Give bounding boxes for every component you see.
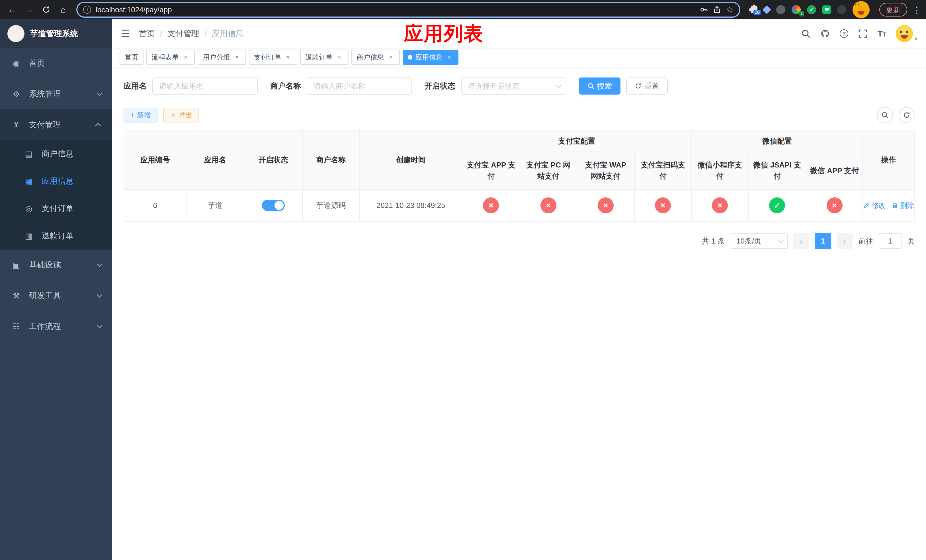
breadcrumb-home[interactable]: 首页 — [139, 28, 155, 39]
close-icon[interactable] — [182, 53, 190, 61]
sidebar-item-infrastructure[interactable]: 基础设施 — [0, 250, 112, 280]
sidebar-item-home[interactable]: 首页 — [0, 48, 112, 79]
sidebar-item-workflow[interactable]: 工作流程 — [0, 311, 112, 342]
browser-update-button[interactable]: 更新 — [879, 3, 907, 17]
prev-page-button[interactable] — [793, 233, 809, 249]
briefcase-icon — [11, 322, 21, 331]
goto-unit: 页 — [907, 236, 915, 246]
sidebar-item-system[interactable]: 系统管理 — [0, 79, 112, 109]
cell-app-name: 芋道 — [186, 189, 244, 221]
alipay-wap-status-icon — [598, 197, 614, 213]
export-button[interactable]: 导出 — [163, 107, 199, 123]
tab-app-info[interactable]: 应用信息 — [402, 50, 458, 65]
tab-pay-orders[interactable]: 支付订单 — [249, 50, 297, 65]
home-icon[interactable]: ⌂ — [56, 2, 71, 17]
extension-multicolor-icon[interactable]: 1 — [791, 5, 801, 14]
delete-link[interactable]: 删除 — [891, 201, 914, 210]
tab-process-form[interactable]: 流程表单 — [146, 50, 195, 65]
github-icon[interactable] — [820, 29, 830, 38]
extension-diamond-icon[interactable] — [764, 6, 770, 13]
help-icon[interactable] — [840, 29, 848, 38]
chevron-down-icon — [555, 82, 561, 88]
page-number-1[interactable]: 1 — [815, 233, 831, 249]
wechat-mini-status-icon — [712, 197, 728, 213]
add-button[interactable]: 新增 — [124, 107, 157, 123]
extensions-puzzle-icon[interactable]: 10 — [750, 6, 757, 13]
column-header-app-id: 应用编号 — [124, 130, 186, 189]
status-toggle[interactable] — [262, 200, 285, 211]
extension-check-icon[interactable]: ✓ — [807, 5, 816, 14]
password-key-icon[interactable] — [700, 5, 708, 14]
reload-icon[interactable] — [39, 2, 53, 17]
back-icon[interactable]: ← — [5, 2, 20, 17]
document-icon — [24, 231, 33, 241]
sidebar-item-refund-orders[interactable]: 退款订单 — [0, 222, 112, 250]
column-header-alipay-qr: 支付宝扫码支付 — [634, 152, 691, 189]
status-label: 开启状态 — [425, 81, 455, 91]
user-avatar[interactable] — [896, 25, 917, 42]
app-name-input[interactable] — [152, 77, 258, 95]
caret-down-icon — [915, 35, 917, 42]
page-size-select[interactable]: 10条/页 — [731, 233, 788, 249]
chevron-down-icon — [97, 323, 103, 328]
refresh-button[interactable] — [899, 107, 915, 123]
edit-link[interactable]: 修改 — [863, 201, 886, 210]
payment-submenu: 商户信息 应用信息 支付订单 退款订单 — [0, 140, 112, 250]
site-info-icon[interactable]: i — [83, 6, 91, 14]
close-icon[interactable] — [233, 53, 241, 61]
url-bar[interactable]: i localhost:1024/pay/app ☆ — [76, 2, 740, 18]
extension-gray-icon[interactable] — [776, 5, 785, 14]
page-annotation-title: 应用列表 — [404, 21, 484, 47]
chevron-down-icon — [778, 237, 784, 243]
font-size-icon[interactable] — [877, 29, 886, 38]
url-text[interactable]: localhost:1024/pay/app — [96, 5, 695, 14]
tab-refund-orders[interactable]: 退款订单 — [300, 50, 348, 65]
sidebar-item-app-info[interactable]: 应用信息 — [0, 168, 112, 195]
tab-user-group[interactable]: 用户分组 — [198, 50, 246, 65]
toggle-search-button[interactable] — [877, 107, 893, 123]
sidebar-logo[interactable]: 芋道管理系统 — [0, 20, 112, 48]
breadcrumb-payment[interactable]: 支付管理 — [168, 28, 199, 39]
goto-page-input[interactable] — [879, 233, 902, 249]
sidebar-item-payment[interactable]: 支付管理 — [0, 109, 112, 140]
tab-home[interactable]: 首页 — [120, 50, 144, 65]
sidebar-item-pay-orders[interactable]: 支付订单 — [0, 195, 112, 222]
search-button[interactable]: 搜索 — [579, 77, 620, 95]
chevron-down-icon — [97, 292, 103, 298]
sidebar-item-merchant-info[interactable]: 商户信息 — [0, 140, 112, 168]
search-icon[interactable] — [801, 29, 811, 38]
share-icon[interactable] — [713, 5, 721, 14]
sidebar-item-devtools[interactable]: 研发工具 — [0, 280, 112, 311]
logo-avatar — [8, 25, 24, 42]
next-page-button[interactable] — [837, 233, 853, 249]
extension-chat-icon[interactable] — [822, 5, 831, 14]
close-icon[interactable] — [284, 53, 292, 61]
reset-button[interactable]: 重置 — [626, 77, 668, 95]
avatar-face-icon — [896, 25, 913, 42]
close-icon[interactable] — [336, 53, 343, 61]
merchant-name-label: 商户名称 — [270, 81, 301, 91]
chevron-down-icon — [97, 90, 103, 96]
extension-face-icon[interactable] — [853, 1, 870, 18]
tags-view-bar: 首页 流程表单 用户分组 支付订单 退款订单 商户信息 — [112, 48, 926, 67]
target-icon — [24, 204, 33, 213]
hamburger-icon[interactable] — [121, 28, 130, 39]
app-title: 芋道管理系统 — [30, 28, 78, 39]
browser-window: ← → ⌂ i localhost:1024/pay/app ☆ 10 — [0, 0, 926, 560]
browser-menu-icon[interactable]: ⋮ — [912, 5, 921, 15]
column-header-status: 开启状态 — [244, 130, 303, 189]
tab-merchant-info[interactable]: 商户信息 — [351, 50, 400, 65]
merchant-name-input[interactable] — [307, 77, 412, 95]
fullscreen-icon[interactable] — [858, 29, 868, 38]
forward-icon[interactable]: → — [22, 2, 36, 17]
bookmark-star-icon[interactable]: ☆ — [726, 5, 734, 14]
sidebar-menu: 首页 系统管理 支付管理 商户信息 — [0, 48, 112, 342]
close-icon[interactable] — [445, 53, 453, 61]
extension-dark-icon[interactable] — [837, 5, 846, 14]
alipay-pc-status-icon — [540, 197, 557, 213]
column-header-created: 创建时间 — [359, 130, 462, 189]
cell-app-id: 6 — [124, 189, 186, 221]
status-select[interactable]: 请选择开启状态 — [461, 77, 566, 95]
close-icon[interactable] — [387, 53, 395, 61]
group-header-wechat: 微信配置 — [691, 130, 863, 152]
